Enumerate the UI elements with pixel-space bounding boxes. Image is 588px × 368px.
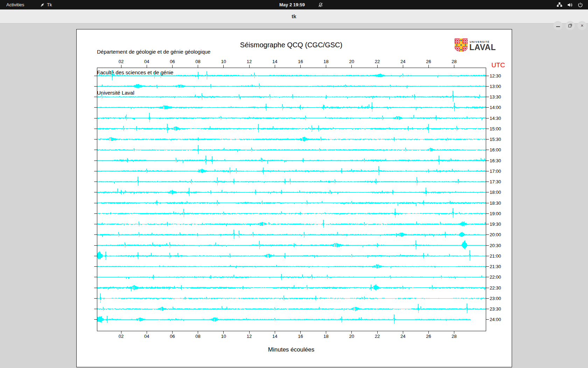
x-tick-mark-bottom xyxy=(403,331,403,334)
utc-time-label: 13:00 xyxy=(490,84,501,89)
notifications-off-icon xyxy=(318,0,323,9)
x-tick-label-bottom: 02 xyxy=(114,334,128,339)
seismogram-trace xyxy=(97,166,486,175)
x-tick-label-top: 12 xyxy=(242,59,256,64)
x-tick-mark-bottom xyxy=(454,331,454,334)
x-tick-mark-top xyxy=(454,65,454,68)
x-tick-mark-top xyxy=(172,65,173,68)
seismogram-trace xyxy=(97,188,486,196)
logo-text-laval: LAVAL xyxy=(469,43,496,52)
utc-time-label: 23:30 xyxy=(490,306,501,312)
x-tick-label-bottom: 10 xyxy=(217,334,231,339)
seismogram-trace xyxy=(97,294,486,302)
seismogram-trace xyxy=(97,124,486,133)
seismogram-trace xyxy=(97,304,486,313)
utc-time-label: 15:30 xyxy=(490,137,501,142)
x-tick-mark-bottom xyxy=(428,331,429,334)
power-icon xyxy=(578,2,583,8)
seismogram-trace xyxy=(97,284,486,291)
utc-time-label: 16:30 xyxy=(490,158,501,163)
x-tick-mark-top xyxy=(198,65,198,68)
x-tick-label-bottom: 26 xyxy=(421,334,435,339)
x-tick-mark-top xyxy=(351,65,352,68)
seismogram-trace xyxy=(97,70,486,80)
row-tick-right xyxy=(486,97,489,97)
x-axis-label: Minutes écoulées xyxy=(97,346,485,353)
row-tick-right xyxy=(486,213,489,214)
utc-time-label: 20:00 xyxy=(490,232,501,237)
row-tick-right xyxy=(486,107,489,108)
row-tick-left xyxy=(94,192,97,192)
x-tick-label-top: 14 xyxy=(268,59,282,64)
maximize-button[interactable] xyxy=(566,21,575,30)
x-tick-label-top: 04 xyxy=(140,59,154,64)
row-tick-left xyxy=(94,161,97,161)
seismogram-trace xyxy=(97,200,486,206)
minimize-button[interactable] xyxy=(553,21,562,30)
row-tick-left xyxy=(94,288,97,288)
x-tick-mark-top xyxy=(147,65,147,68)
utc-time-label: 20:30 xyxy=(490,243,501,248)
row-tick-right xyxy=(486,192,489,192)
seismogram-trace xyxy=(97,250,486,261)
clock[interactable]: May 2 19:59 xyxy=(279,0,305,9)
seismogram-trace xyxy=(97,91,486,102)
utc-time-label: 13:30 xyxy=(490,94,501,100)
tk-icon xyxy=(40,2,45,7)
activities-button[interactable]: Activities xyxy=(6,0,24,9)
row-tick-left xyxy=(94,97,97,97)
row-tick-left xyxy=(94,245,97,246)
x-tick-mark-bottom xyxy=(147,331,147,334)
utc-time-label: 19:00 xyxy=(490,211,501,216)
seismogram-trace xyxy=(97,314,471,324)
x-tick-mark-bottom xyxy=(121,331,121,334)
utc-time-label: 14:30 xyxy=(490,116,501,121)
close-button[interactable]: × xyxy=(578,21,587,30)
row-tick-right xyxy=(486,139,489,139)
app-indicator-label: Tk xyxy=(47,2,52,7)
window-titlebar[interactable]: tk × xyxy=(0,9,588,23)
utc-time-label: 22:30 xyxy=(490,285,501,291)
universite-laval-logo: UNIVERSITÉ LAVAL xyxy=(455,38,500,53)
seismogram-trace xyxy=(97,264,486,268)
system-tray[interactable] xyxy=(556,0,583,9)
seismogram-trace xyxy=(97,240,486,250)
row-tick-left xyxy=(94,256,97,256)
seismogram-trace xyxy=(97,274,486,280)
laval-shield-icon xyxy=(455,39,468,52)
row-tick-left xyxy=(94,213,97,214)
network-icon xyxy=(556,2,562,8)
utc-time-label: 12:30 xyxy=(490,73,501,79)
row-tick-left xyxy=(94,139,97,139)
x-tick-label-top: 20 xyxy=(345,59,359,64)
seismogram-traces xyxy=(97,68,486,331)
x-tick-mark-bottom xyxy=(300,331,301,334)
utc-time-label: 14:00 xyxy=(490,105,501,110)
row-tick-left xyxy=(94,277,97,277)
x-tick-mark-bottom xyxy=(198,331,198,334)
x-tick-mark-bottom xyxy=(223,331,224,334)
plot-title: Séismographe QCQ (CGC/GSC) xyxy=(97,41,485,49)
row-tick-left xyxy=(94,298,97,299)
x-tick-mark-top xyxy=(428,65,429,68)
x-tick-label-bottom: 12 xyxy=(242,334,256,339)
row-tick-right xyxy=(486,256,489,256)
row-tick-right xyxy=(486,161,489,161)
top-bar: Activities Tk May 2 19:59 xyxy=(0,0,588,9)
row-tick-left xyxy=(94,107,97,108)
row-tick-left xyxy=(94,224,97,224)
row-tick-right xyxy=(486,86,489,87)
x-tick-label-bottom: 04 xyxy=(140,334,154,339)
seismogram-trace xyxy=(97,102,486,112)
x-tick-label-top: 22 xyxy=(370,59,384,64)
row-tick-right xyxy=(486,319,489,320)
seismogram-trace xyxy=(97,113,486,122)
header-line-1: Département de géologie et de génie géol… xyxy=(97,48,210,55)
utc-time-label: 23:00 xyxy=(490,296,501,301)
x-tick-mark-top xyxy=(326,65,326,68)
app-indicator[interactable]: Tk xyxy=(40,0,52,9)
x-tick-mark-bottom xyxy=(249,331,250,334)
row-tick-left xyxy=(94,118,97,118)
x-tick-label-bottom: 06 xyxy=(165,334,179,339)
utc-time-label: 22:00 xyxy=(490,274,501,280)
